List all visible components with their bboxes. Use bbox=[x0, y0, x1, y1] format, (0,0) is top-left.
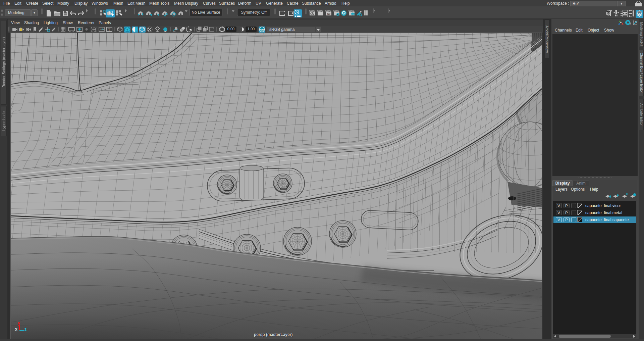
svg-text:ON: ON bbox=[260, 29, 264, 31]
svg-text:T: T bbox=[108, 28, 110, 32]
svg-text:IPR: IPR bbox=[327, 13, 331, 15]
